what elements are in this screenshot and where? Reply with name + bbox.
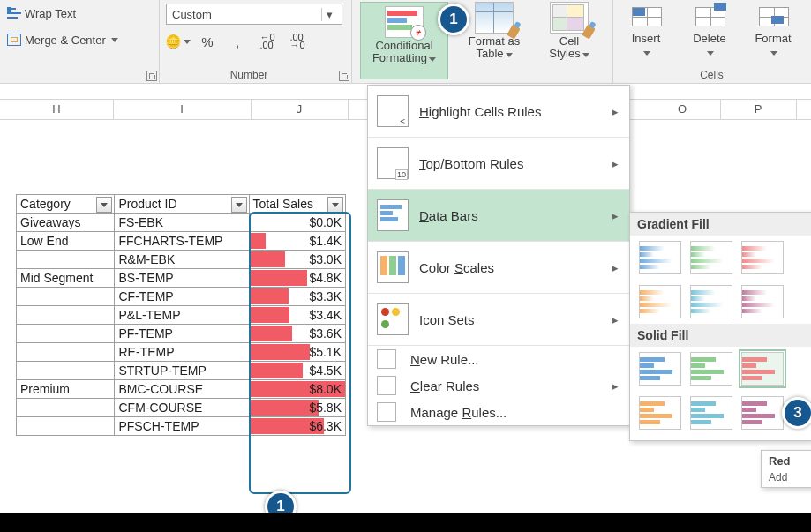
menu-clear-rules[interactable]: Clear Rules▸ — [368, 372, 629, 399]
table-row: PF-TEMP$3.6K — [17, 325, 346, 343]
gradient-green[interactable] — [690, 241, 732, 274]
cell-total-sales[interactable]: $3.6K — [249, 325, 345, 343]
accounting-format-button[interactable]: 🪙 — [166, 32, 189, 51]
menu-data-bars[interactable]: Data Bars▸ — [368, 190, 629, 241]
delete-button[interactable]: Delete — [681, 4, 738, 58]
gradient-red[interactable] — [741, 241, 784, 274]
cell-total-sales[interactable]: $3.4K — [249, 306, 345, 325]
percent-icon: % — [201, 34, 213, 49]
menu-manage-rules[interactable]: Manage Rules... — [368, 399, 629, 425]
cell-total-sales[interactable]: $5.8K — [249, 399, 345, 417]
dropdown-caret-icon — [770, 51, 777, 56]
cell-category[interactable] — [17, 251, 115, 269]
cell-category[interactable] — [17, 325, 115, 343]
menu-highlight-cells-rules[interactable]: Highlight Cells Rules▸ — [368, 86, 629, 137]
solid-cyan[interactable] — [690, 396, 732, 430]
menu-top-bottom-rules[interactable]: Top/Bottom Rules▸ — [368, 138, 629, 189]
highlight-cells-icon — [377, 95, 409, 127]
format-as-table-button[interactable]: Format as Table — [459, 2, 529, 60]
cells-group-label: Cells — [612, 69, 811, 81]
filter-icon[interactable] — [96, 197, 112, 213]
number-format-combo[interactable]: Custom ▾ — [166, 4, 342, 25]
solid-orange[interactable] — [639, 396, 681, 430]
cell-product-id[interactable]: PFSCH-TEMP — [115, 417, 249, 436]
manage-rules-icon — [377, 402, 396, 422]
solid-purple[interactable] — [741, 396, 784, 430]
cell-category[interactable] — [17, 343, 115, 362]
table-row: CF-TEMP$3.3K — [17, 288, 346, 306]
menu-new-rule[interactable]: New Rule... — [368, 346, 629, 372]
cell-total-sales[interactable]: $3.0K — [249, 251, 345, 269]
cell-category[interactable] — [17, 417, 115, 436]
gradient-purple[interactable] — [741, 285, 784, 318]
column-header[interactable]: J — [251, 100, 349, 119]
gradient-cyan[interactable] — [690, 285, 732, 318]
gradient-blue[interactable] — [639, 241, 681, 274]
header-category[interactable]: Category — [17, 195, 115, 214]
decrease-decimal-button[interactable]: .00 →0 — [286, 32, 309, 51]
cell-category[interactable]: Giveaways — [17, 214, 115, 232]
filter-icon[interactable] — [231, 197, 247, 213]
cell-product-id[interactable]: RE-TEMP — [115, 343, 249, 362]
solid-green[interactable] — [690, 352, 732, 386]
menu-color-scales[interactable]: Color Scales▸ — [368, 242, 629, 293]
cell-product-id[interactable]: CFM-COURSE — [115, 399, 249, 417]
dialog-launcher[interactable] — [339, 71, 349, 81]
cell-category[interactable] — [17, 399, 115, 417]
cell-styles-button[interactable]: Cell Styles — [538, 2, 600, 60]
data-table: Category Product ID Total Sales Giveaway… — [16, 194, 346, 436]
conditional-formatting-button[interactable]: ≠ Conditional Formatting — [360, 2, 448, 79]
cell-total-sales[interactable]: $8.0K — [249, 380, 345, 399]
gradient-orange[interactable] — [639, 285, 681, 318]
format-button[interactable]: Format — [745, 4, 801, 58]
percent-button[interactable]: % — [196, 32, 219, 51]
header-total-sales[interactable]: Total Sales — [249, 195, 345, 214]
coins-icon: 🪙 — [165, 34, 182, 49]
filter-icon[interactable] — [327, 197, 343, 213]
table-row: P&L-TEMP$3.4K — [17, 306, 346, 325]
cell-total-sales[interactable]: $6.3K — [249, 417, 345, 436]
cell-category[interactable]: Low End — [17, 232, 115, 251]
column-header[interactable]: I — [113, 100, 252, 119]
cell-product-id[interactable]: FFCHARTS-TEMP — [115, 232, 249, 251]
cell-total-sales[interactable]: $4.5K — [249, 362, 345, 380]
cell-product-id[interactable]: P&L-TEMP — [115, 306, 249, 325]
menu-icon-sets[interactable]: Icon Sets▸ — [368, 294, 629, 345]
dropdown-caret-icon — [429, 57, 436, 62]
column-header[interactable]: H — [0, 100, 114, 119]
cell-product-id[interactable]: R&M-EBK — [115, 251, 249, 269]
cell-total-sales[interactable]: $1.4K — [249, 232, 345, 251]
cell-category[interactable] — [17, 288, 115, 306]
cell-product-id[interactable]: BS-TEMP — [115, 269, 249, 288]
merge-center-button[interactable]: Merge & Center — [4, 30, 122, 49]
cell-category[interactable] — [17, 362, 115, 380]
cell-category[interactable]: Mid Segment — [17, 269, 115, 288]
new-rule-icon — [377, 349, 396, 369]
cell-total-sales[interactable]: $3.3K — [249, 288, 345, 306]
cell-product-id[interactable]: FS-EBK — [115, 214, 249, 232]
tooltip-title: Red — [769, 454, 811, 468]
comma-icon: , — [236, 34, 239, 49]
comma-button[interactable]: , — [226, 32, 249, 51]
column-header[interactable]: P — [720, 100, 797, 119]
callout-badge: 1 — [438, 4, 469, 35]
cell-total-sales[interactable]: $4.8K — [249, 269, 345, 288]
solid-red[interactable] — [741, 352, 784, 386]
cell-product-id[interactable]: CF-TEMP — [115, 288, 249, 306]
cell-category[interactable]: Premium — [17, 380, 115, 399]
dialog-launcher[interactable] — [146, 71, 157, 81]
cell-product-id[interactable]: STRTUP-TEMP — [115, 362, 249, 380]
cell-category[interactable] — [17, 306, 115, 325]
cell-product-id[interactable]: PF-TEMP — [115, 325, 249, 343]
wrap-text-button[interactable]: Wrap Text — [4, 4, 79, 23]
increase-decimal-button[interactable]: ←0 .00 — [256, 32, 279, 51]
header-product-id[interactable]: Product ID — [115, 195, 249, 214]
cell-total-sales[interactable]: $0.0K — [249, 214, 345, 232]
cell-styles-icon — [550, 2, 589, 34]
table-header-row: Category Product ID Total Sales — [17, 195, 346, 214]
solid-blue[interactable] — [639, 352, 681, 386]
cell-product-id[interactable]: BMC-COURSE — [115, 380, 249, 399]
column-header[interactable]: O — [644, 100, 721, 119]
cell-total-sales[interactable]: $5.1K — [249, 343, 345, 362]
insert-button[interactable]: Insert — [618, 4, 674, 58]
